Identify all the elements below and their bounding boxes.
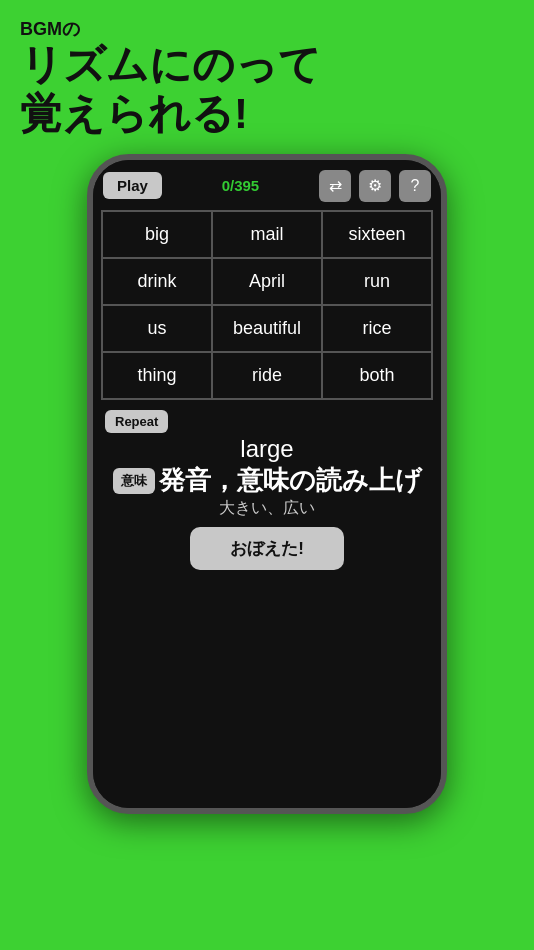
- counter-display: 0/395: [170, 177, 311, 194]
- word-grid: bigmailsixteendrinkAprilrunusbeautifulri…: [101, 210, 433, 400]
- toolbar: Play 0/395 ⇄ ⚙ ?: [101, 170, 433, 202]
- header-title-line2: 覚えられる!: [20, 90, 248, 137]
- settings-button[interactable]: ⚙: [359, 170, 391, 202]
- word-cell[interactable]: beautiful: [212, 305, 322, 352]
- word-cell[interactable]: mail: [212, 211, 322, 258]
- header-title: リズムにのって 覚えられる!: [20, 41, 514, 138]
- header-title-line1: リズムにのって: [20, 41, 321, 88]
- word-cell[interactable]: rice: [322, 305, 432, 352]
- word-cell[interactable]: drink: [102, 258, 212, 305]
- header-subtitle: BGMの: [20, 18, 514, 41]
- word-cell[interactable]: big: [102, 211, 212, 258]
- gear-icon: ⚙: [368, 176, 382, 195]
- word-cell[interactable]: us: [102, 305, 212, 352]
- play-button[interactable]: Play: [103, 172, 162, 199]
- bottom-section: Repeat large 意味 発音，意味の読み上げ 大きい、広い おぼえた!: [101, 408, 433, 800]
- word-cell[interactable]: both: [322, 352, 432, 399]
- shuffle-icon: ⇄: [329, 176, 342, 195]
- word-cell[interactable]: April: [212, 258, 322, 305]
- question-icon: ?: [411, 177, 420, 195]
- repeat-button[interactable]: Repeat: [105, 410, 168, 433]
- imi-button[interactable]: 意味: [113, 468, 155, 494]
- word-cell[interactable]: ride: [212, 352, 322, 399]
- phone-frame: Play 0/395 ⇄ ⚙ ? bigmailsixteendrinkApri…: [87, 154, 447, 814]
- shuffle-button[interactable]: ⇄: [319, 170, 351, 202]
- pronunciation-text: 発音，意味の読み上げ: [159, 465, 422, 496]
- word-cell[interactable]: thing: [102, 352, 212, 399]
- word-cell[interactable]: run: [322, 258, 432, 305]
- pronunciation-label: 意味 発音，意味の読み上げ: [105, 465, 429, 496]
- current-word-display: large: [105, 435, 429, 463]
- header-area: BGMの リズムにのって 覚えられる!: [0, 0, 534, 150]
- oboeta-button[interactable]: おぼえた!: [190, 527, 344, 570]
- meaning-japanese: 大きい、広い: [105, 498, 429, 519]
- word-cell[interactable]: sixteen: [322, 211, 432, 258]
- help-button[interactable]: ?: [399, 170, 431, 202]
- phone-screen: Play 0/395 ⇄ ⚙ ? bigmailsixteendrinkApri…: [93, 160, 441, 808]
